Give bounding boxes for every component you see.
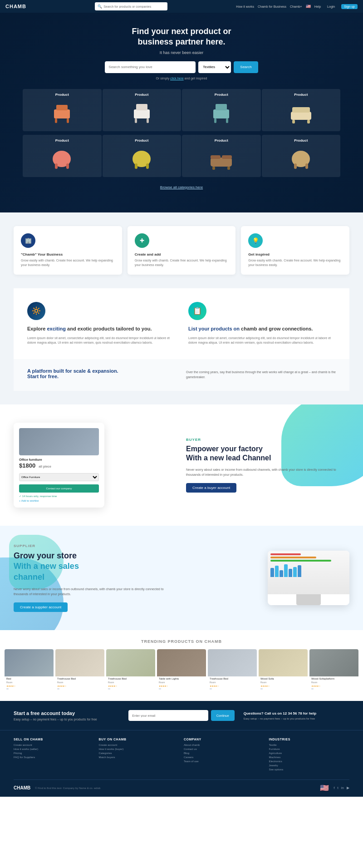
footer-flag: 🇺🇸	[320, 784, 329, 792]
footer-link-blog[interactable]: Blog	[184, 752, 265, 755]
product-card-1[interactable]: Product	[23, 89, 102, 131]
feature-card-3: 💡 Get inspired Grow easily with chamb. C…	[241, 226, 349, 275]
footer-link-furniture[interactable]: Furniture	[269, 748, 350, 750]
navbar-search-input[interactable]	[103, 5, 162, 8]
footer-col-sell-title: SELL ON CHAMB	[14, 738, 94, 741]
trending-card-4[interactable]: Table with Lights Room ★★★★☆ ···	[157, 649, 206, 692]
buyer-card-select[interactable]: Office Furniture	[19, 473, 99, 481]
feature-card-1: 🏢 "Chamb" Your Business Grow easily with…	[14, 226, 122, 275]
footer-link-jewelry[interactable]: Jewelry	[269, 764, 350, 767]
footer-bottom-left: CHAMB © Find to find this text. Company …	[14, 785, 100, 790]
svg-rect-3	[67, 118, 69, 123]
product-card-6[interactable]: Product	[103, 135, 182, 177]
footer-link-pricing[interactable]: Pricing	[14, 752, 94, 755]
twitter-icon[interactable]: t	[338, 786, 338, 790]
footer-link-match-buyers[interactable]: Match buyers	[99, 756, 180, 759]
footer-link-electronics[interactable]: Electronics	[269, 760, 350, 763]
footer-link-textile[interactable]: Textile	[269, 744, 350, 746]
buyer-label: BUYER	[186, 438, 349, 442]
login-button[interactable]: Login	[324, 4, 338, 9]
footer-link-contact[interactable]: Contact us	[184, 748, 265, 750]
trending-card-6[interactable]: Wood Sofa Room ★★★★☆ ···	[259, 649, 308, 692]
footer-link-about[interactable]: About chamb	[184, 744, 265, 746]
cta-continue-button[interactable]: Continue	[211, 710, 235, 721]
buyer-card-image	[19, 428, 99, 455]
footer-col-company-title: COMPANY	[184, 738, 265, 741]
footer-link-create-account-buy[interactable]: Create account	[99, 744, 180, 746]
hero-search-select[interactable]: Textiles Furniture Electronics	[198, 61, 231, 73]
footer-link-agriculture[interactable]: Agriculture	[269, 752, 350, 755]
youtube-icon[interactable]: ▶	[347, 786, 349, 790]
trending-sub-1: Room	[5, 681, 54, 685]
footer-bottom: CHAMB © Find to find this text. Company …	[14, 779, 349, 792]
footer-link-how-works-seller[interactable]: How it works (seller)	[14, 748, 94, 750]
trending-card-3[interactable]: Treehouse Bed Room ★★★★☆ ···	[106, 649, 155, 692]
features-grid: 🏢 "Chamb" Your Business Grow easily with…	[14, 226, 349, 275]
trending-sub-7: Room	[309, 681, 358, 685]
svg-rect-28	[294, 163, 297, 169]
svg-rect-8	[213, 109, 229, 118]
supplier-cta-button[interactable]: Create a supplier account	[14, 602, 68, 612]
footer-link-careers[interactable]: Careers	[184, 756, 265, 759]
product-card-8[interactable]: Product	[262, 135, 341, 177]
supplier-right	[186, 551, 349, 605]
supplier-left: SUPPLIER Grow your store With a new sale…	[14, 544, 177, 612]
product-card-7[interactable]: Product	[182, 135, 261, 177]
signup-button[interactable]: Sign up	[341, 4, 358, 9]
product-card-2[interactable]: Product	[103, 89, 182, 131]
nav-how-it-works[interactable]: How it works	[236, 5, 254, 8]
facebook-icon[interactable]: f	[334, 786, 334, 790]
svg-rect-2	[55, 118, 57, 123]
trending-sub-4: Room	[157, 681, 206, 685]
footer-link-see-options[interactable]: See options	[269, 768, 350, 771]
trending-price-7: ···	[309, 687, 358, 692]
svg-rect-6	[135, 118, 137, 123]
trending-card-2[interactable]: Treehouse Bed Room ★★★★☆ ···	[55, 649, 104, 692]
nav-chamb-plus[interactable]: Chamb+	[290, 5, 302, 8]
buyer-card-delivery: ✓ 14 hours only, response time	[19, 494, 99, 498]
trending-card-5[interactable]: Treehouse Bed Room ★★★★☆ ···	[208, 649, 257, 692]
footer-social: f t in ▶	[334, 786, 349, 790]
trending-name-2: Treehouse Bed	[55, 676, 104, 681]
footer-link-categories[interactable]: Categories	[99, 752, 180, 755]
footer-copy: © Find to find this text. Company by Nam…	[35, 787, 100, 789]
browse-all-link[interactable]: Browse all categories here	[9, 181, 354, 194]
trending-img-4	[157, 649, 206, 676]
buyer-card-container: Office furniture $1800 all piece Office …	[14, 423, 177, 508]
trending-name-5: Treehouse Bed	[208, 676, 257, 681]
trending-card-7[interactable]: Wood Sofaplatform Room ★★★★☆ ···	[309, 649, 358, 692]
product-img-7	[208, 145, 235, 173]
hero-click-here-link[interactable]: click here	[170, 77, 184, 80]
product-card-4[interactable]: Product	[262, 89, 341, 131]
footer: SELL ON CHAMB Create account How it work…	[0, 730, 363, 797]
footer-link-create-account-sell[interactable]: Create account	[14, 744, 94, 746]
linkedin-icon[interactable]: in	[341, 786, 344, 790]
trending-img-5	[208, 649, 257, 676]
feature-desc-2: Grow easily with chamb. Create free acco…	[135, 258, 229, 267]
hero-search-input[interactable]	[105, 61, 196, 73]
cta-email-input[interactable]	[128, 710, 208, 721]
trending-img-7	[309, 649, 358, 676]
hero-search-button[interactable]: Search	[234, 61, 258, 73]
footer-link-machines[interactable]: Machines	[269, 756, 350, 759]
footer-link-faq-suppliers[interactable]: FAQ for Suppliers	[14, 756, 94, 759]
buyer-card-contact-button[interactable]: Contact our company	[19, 484, 99, 493]
product-card-3[interactable]: Product	[182, 89, 261, 131]
nav-for-business[interactable]: Chamb for Business	[258, 5, 286, 8]
cta-section: Start a free account today Easy setup – …	[0, 701, 363, 730]
product-card-5[interactable]: Product	[23, 135, 102, 177]
footer-link-terms[interactable]: Team of use	[184, 760, 265, 763]
nav-help[interactable]: Help	[314, 5, 321, 8]
cta-question-heading: Questions? Call us on 12 34 56 78 for he…	[244, 711, 349, 715]
buyer-cta-button[interactable]: Create a buyer account	[186, 483, 236, 493]
flag-icon: 🇺🇸	[306, 4, 311, 9]
product-label-3: Product	[186, 93, 257, 97]
buyer-description: Never worry about sales or income from o…	[186, 468, 349, 477]
product-img-2	[128, 99, 155, 127]
trending-card-1[interactable]: Bed Room ★★★★☆ ···	[5, 649, 54, 692]
buyer-card-wishlist[interactable]: + Add to wishlist	[19, 499, 99, 502]
footer-link-how-works-buyer[interactable]: How it works (buyer)	[99, 748, 180, 750]
svg-rect-13	[292, 107, 310, 113]
chart-bar-6	[293, 567, 297, 577]
product-img-8	[287, 145, 314, 173]
